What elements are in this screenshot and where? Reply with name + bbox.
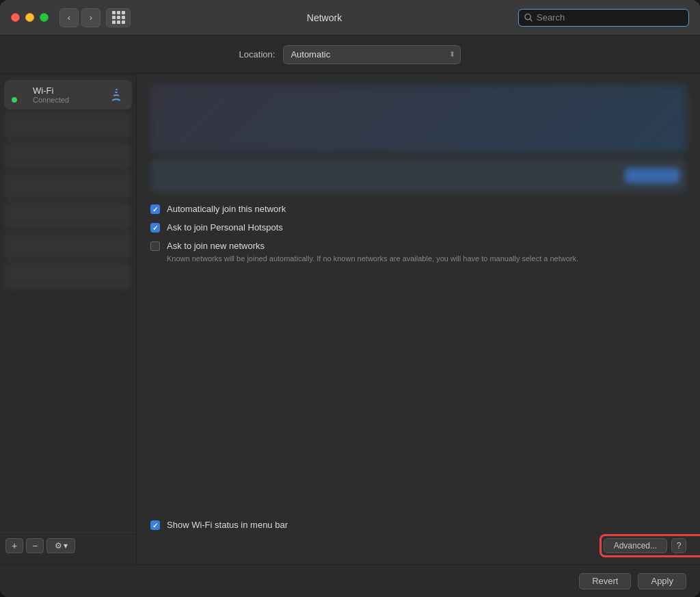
personal-hotspot-label: Ask to join Personal Hotspots bbox=[167, 222, 283, 233]
footer: Revert Apply bbox=[0, 564, 700, 597]
revert-button[interactable]: Revert bbox=[579, 573, 631, 589]
remove-network-button[interactable]: − bbox=[26, 538, 44, 553]
show-wifi-checkbox[interactable] bbox=[150, 520, 160, 530]
titlebar: ‹ › Network bbox=[0, 0, 700, 36]
location-select[interactable]: Automatic Home Work Edit Locations... bbox=[283, 45, 461, 64]
wifi-arc-large bbox=[110, 98, 122, 109]
auto-join-label-wrapper: Automatically join this network bbox=[167, 204, 286, 214]
back-button[interactable]: ‹ bbox=[59, 8, 79, 27]
location-select-wrapper: Automatic Home Work Edit Locations... ⬍ bbox=[283, 45, 461, 64]
wifi-status: Connected bbox=[33, 96, 69, 104]
action-buttons-row: Advanced... ? bbox=[150, 538, 686, 553]
sidebar: Wi-Fi Connected bbox=[0, 74, 137, 564]
add-network-button[interactable]: + bbox=[5, 538, 23, 553]
help-button[interactable]: ? bbox=[671, 538, 686, 553]
new-networks-label-wrapper: Ask to join new networks Known networks … bbox=[167, 241, 578, 264]
gear-chevron-icon: ▾ bbox=[64, 541, 68, 550]
wifi-signal-icon bbox=[109, 89, 124, 101]
svg-line-1 bbox=[530, 19, 532, 21]
blurred-action-button bbox=[625, 168, 679, 183]
advanced-button-wrapper: Advanced... ? bbox=[604, 538, 686, 553]
sidebar-bottom: + − ⚙ ▾ bbox=[0, 532, 136, 559]
sidebar-item-blurred-3[interactable] bbox=[4, 172, 132, 199]
back-icon: ‹ bbox=[68, 12, 70, 23]
search-bar[interactable] bbox=[518, 9, 689, 27]
advanced-button[interactable]: Advanced... bbox=[604, 538, 667, 553]
personal-hotspot-label-wrapper: Ask to join Personal Hotspots bbox=[167, 222, 283, 233]
forward-button[interactable]: › bbox=[81, 8, 100, 27]
new-networks-row: Ask to join new networks Known networks … bbox=[150, 241, 686, 264]
auto-join-checkbox[interactable] bbox=[150, 204, 160, 214]
network-actions-button[interactable]: ⚙ ▾ bbox=[46, 538, 75, 553]
sidebar-item-blurred-4[interactable] bbox=[4, 202, 132, 229]
auto-join-row: Automatically join this network bbox=[150, 204, 686, 214]
nav-buttons: ‹ › bbox=[59, 8, 131, 27]
sidebar-item-blurred-1[interactable] bbox=[4, 111, 132, 139]
content-panel: Automatically join this network Ask to j… bbox=[137, 74, 700, 564]
blurred-network-actions bbox=[150, 159, 686, 193]
sidebar-item-blurred-2[interactable] bbox=[4, 142, 132, 169]
blurred-network-info bbox=[150, 85, 686, 153]
location-bar: Location: Automatic Home Work Edit Locat… bbox=[0, 36, 700, 74]
auto-join-label: Automatically join this network bbox=[167, 204, 286, 214]
maximize-button[interactable] bbox=[40, 13, 49, 22]
apply-button[interactable]: Apply bbox=[638, 573, 686, 589]
personal-hotspot-checkbox[interactable] bbox=[150, 223, 160, 233]
main-content: Wi-Fi Connected bbox=[0, 74, 700, 564]
show-wifi-label: Show Wi-Fi status in menu bar bbox=[167, 520, 288, 530]
location-label: Location: bbox=[239, 49, 275, 59]
forward-icon: › bbox=[90, 12, 92, 23]
remove-icon: − bbox=[32, 540, 38, 551]
add-icon: + bbox=[12, 540, 17, 551]
bottom-controls: Show Wi-Fi status in menu bar Advanced..… bbox=[150, 509, 686, 553]
window-title: Network bbox=[131, 12, 518, 23]
gear-icon: ⚙ bbox=[55, 541, 62, 550]
network-preferences-window: ‹ › Network Location: bbox=[0, 0, 700, 597]
wifi-status-icon bbox=[12, 88, 26, 102]
minimize-button[interactable] bbox=[25, 13, 34, 22]
sidebar-item-blurred-6[interactable] bbox=[4, 262, 132, 289]
new-networks-description: Known networks will be joined automatica… bbox=[167, 254, 578, 264]
sidebar-item-wifi[interactable]: Wi-Fi Connected bbox=[4, 80, 132, 109]
new-networks-checkbox[interactable] bbox=[150, 241, 160, 251]
sidebar-item-blurred-5[interactable] bbox=[4, 232, 132, 259]
wifi-name: Wi-Fi bbox=[33, 85, 69, 96]
search-icon bbox=[524, 13, 533, 22]
traffic-lights bbox=[11, 13, 49, 22]
connected-dot bbox=[12, 97, 17, 103]
show-wifi-row: Show Wi-Fi status in menu bar bbox=[150, 520, 686, 530]
search-input[interactable] bbox=[537, 12, 683, 23]
grid-view-button[interactable] bbox=[106, 8, 131, 27]
network-options: Automatically join this network Ask to j… bbox=[150, 204, 686, 264]
wifi-signal-bars bbox=[109, 89, 124, 101]
new-networks-label: Ask to join new networks bbox=[167, 241, 578, 251]
wifi-item-info: Wi-Fi Connected bbox=[33, 85, 69, 104]
personal-hotspot-row: Ask to join Personal Hotspots bbox=[150, 222, 686, 233]
close-button[interactable] bbox=[11, 13, 20, 22]
wifi-dot bbox=[116, 89, 118, 90]
grid-icon bbox=[112, 11, 125, 24]
